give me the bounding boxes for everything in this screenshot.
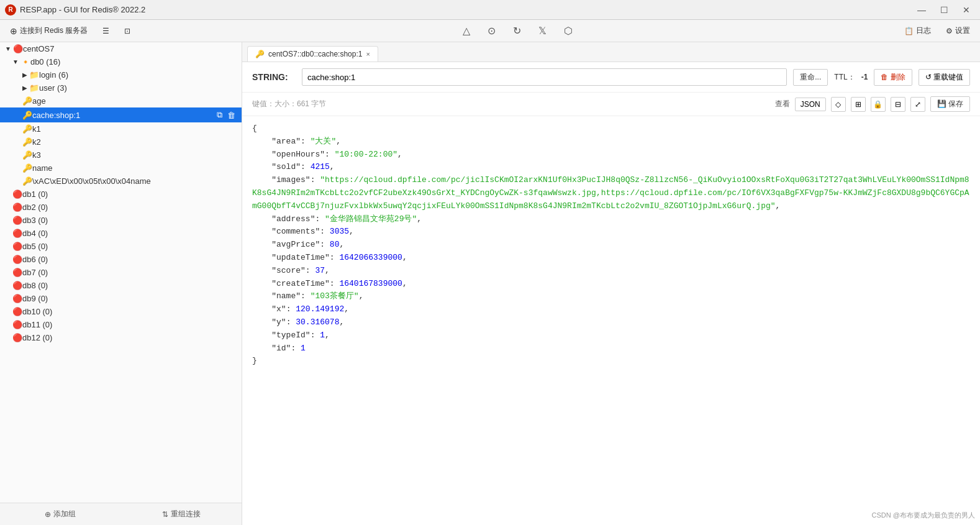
sidebar-item-db3[interactable]: 🔴 db3 (0) bbox=[0, 214, 242, 227]
age-label: age bbox=[32, 96, 46, 106]
tab-cache-shop[interactable]: 🔑 centOS7::db0::cache:shop:1 × bbox=[247, 46, 378, 62]
server-name: centOS7 bbox=[23, 44, 55, 53]
json-val-updatetime: 1642066339000 bbox=[339, 253, 402, 262]
maximize-button[interactable]: ☐ bbox=[935, 3, 953, 17]
list-icon: ☰ bbox=[102, 27, 109, 35]
json-line-updatetime: "updateTime": 1642066339000, bbox=[252, 252, 970, 265]
add-group-button[interactable]: ⊕ 添加组 bbox=[0, 503, 121, 525]
sidebar-item-db12[interactable]: 🔴 db12 (0) bbox=[0, 331, 242, 344]
copy-icon-button[interactable]: ⊞ bbox=[851, 97, 866, 112]
twitter-button[interactable]: 𝕏 bbox=[535, 24, 550, 38]
sidebar-item-k3[interactable]: 🔑 k3 bbox=[0, 148, 242, 162]
sidebar-item-db4[interactable]: 🔴 db4 (0) bbox=[0, 227, 242, 240]
log-button[interactable]: 📋 日志 bbox=[899, 24, 936, 38]
sidebar-item-db11[interactable]: 🔴 db11 (0) bbox=[0, 318, 242, 331]
connect-button[interactable]: ⊕ 连接到 Redis 服务器 bbox=[5, 24, 93, 38]
sidebar-item-user[interactable]: ▶ 📁 user (3) bbox=[0, 81, 242, 94]
sidebar-item-db5[interactable]: 🔴 db5 (0) bbox=[0, 240, 242, 253]
sidebar-item-server[interactable]: ▼ 🔴 centOS7 bbox=[0, 42, 242, 55]
watermark: CSDN @布布要成为最负责的男人 bbox=[872, 511, 975, 520]
json-line-avgprice: "avgPrice": 80, bbox=[252, 239, 970, 252]
settings-button[interactable]: ⚙ 设置 bbox=[941, 24, 975, 38]
sidebar-item-db10[interactable]: 🔴 db10 (0) bbox=[0, 305, 242, 318]
tab-close-button[interactable]: × bbox=[366, 50, 370, 58]
sidebar-item-db6[interactable]: 🔴 db6 (0) bbox=[0, 253, 242, 266]
sidebar-footer: ⊕ 添加组 ⇅ 重组连接 bbox=[0, 503, 242, 525]
sidebar-item-age[interactable]: 🔑 age bbox=[0, 94, 242, 107]
folder-icon: 📁 bbox=[29, 70, 39, 80]
db2-label: db2 (0) bbox=[22, 203, 48, 212]
json-viewer[interactable]: { "area": "大关", "openHours": "10:00-22:0… bbox=[242, 116, 980, 525]
json-line-score: "score": 37, bbox=[252, 265, 970, 278]
json-mode-button[interactable]: JSON bbox=[795, 98, 826, 111]
toolbar-right: 📋 日志 ⚙ 设置 bbox=[899, 24, 975, 38]
json-val-score: 37 bbox=[315, 266, 325, 275]
sidebar-item-k2[interactable]: 🔑 k2 bbox=[0, 135, 242, 148]
refresh-button[interactable]: ↻ bbox=[509, 24, 525, 38]
delete-key-button[interactable]: 🗑 bbox=[226, 109, 237, 121]
sidebar-item-db1[interactable]: 🔴 db1 (0) bbox=[0, 188, 242, 201]
sidebar-item-k1[interactable]: 🔑 k1 bbox=[0, 122, 242, 135]
sidebar-item-db0[interactable]: ▼ 🔸 db0 (16) bbox=[0, 55, 242, 68]
db10-icon: 🔴 bbox=[12, 307, 22, 316]
json-val-images: "https://qcloud.dpfile.com/pc/jiclIsCKmO… bbox=[252, 175, 969, 211]
json-key-openhours: "openHours" bbox=[271, 150, 325, 159]
tree-item-actions: ⧉ 🗑 bbox=[216, 109, 237, 121]
json-line-area: "area": "大关", bbox=[252, 135, 970, 148]
reconnect-icon: ⇅ bbox=[162, 510, 168, 519]
json-val-openhours: "10:00-22:00" bbox=[335, 150, 397, 159]
tab-bar: 🔑 centOS7::db0::cache:shop:1 × bbox=[242, 42, 980, 62]
db2-icon: 🔴 bbox=[12, 203, 22, 212]
sidebar-item-db8[interactable]: 🔴 db8 (0) bbox=[0, 279, 242, 292]
rename-button[interactable]: 重命... bbox=[793, 69, 828, 86]
json-line-name: "name": "103茶餐厅", bbox=[252, 290, 970, 303]
sidebar-item-name[interactable]: 🔑 name bbox=[0, 162, 242, 175]
login-arrow: ▶ bbox=[22, 71, 27, 78]
db9-label: db9 (0) bbox=[22, 294, 48, 303]
sidebar-item-xac[interactable]: 🔑 \xAC\xED\x00\x05t\x00\x04name bbox=[0, 175, 242, 188]
json-line-comments: "comments": 3035, bbox=[252, 226, 970, 239]
reconnect-button[interactable]: ⇅ 重组连接 bbox=[121, 503, 242, 525]
db5-label: db5 (0) bbox=[22, 242, 48, 251]
expand-icon-button[interactable]: ⤢ bbox=[910, 97, 925, 112]
connect-icon: ⊕ bbox=[10, 26, 17, 36]
toolbar-center: △ ⊙ ↻ 𝕏 ⬡ bbox=[140, 24, 894, 38]
ttl-value: -1 bbox=[861, 73, 868, 81]
app-title: RESP.app - GUI for Redis® 2022.2 bbox=[20, 5, 913, 14]
sidebar-item-db2[interactable]: 🔴 db2 (0) bbox=[0, 201, 242, 214]
minimize-button[interactable]: — bbox=[913, 3, 930, 17]
save-label: 保存 bbox=[948, 99, 963, 108]
help-button[interactable]: ⊙ bbox=[484, 24, 499, 38]
key-name-input[interactable] bbox=[302, 68, 787, 86]
close-button[interactable]: ✕ bbox=[958, 3, 975, 17]
split-view-button[interactable]: ⊡ bbox=[119, 25, 135, 37]
github-button[interactable]: ⬡ bbox=[560, 24, 576, 38]
title-bar-controls: — ☐ ✕ bbox=[913, 3, 975, 17]
json-val-typeid: 1 bbox=[320, 331, 325, 340]
sidebar-item-login[interactable]: ▶ 📁 login (6) bbox=[0, 68, 242, 81]
json-line-address: "address": "金华路锦昌文华苑29号", bbox=[252, 213, 970, 226]
tab-key-icon: 🔑 bbox=[255, 50, 265, 58]
sidebar-item-db7[interactable]: 🔴 db7 (0) bbox=[0, 266, 242, 279]
copy-key-button[interactable]: ⧉ bbox=[216, 109, 224, 121]
alert-button[interactable]: △ bbox=[459, 24, 474, 38]
wrap-icon-button[interactable]: ⊟ bbox=[891, 97, 905, 112]
json-val-id: 1 bbox=[301, 344, 306, 353]
reload-icon: ↺ bbox=[925, 73, 932, 81]
db11-icon: 🔴 bbox=[12, 320, 22, 329]
key-editor: STRING: 重命... TTL： -1 🗑 删除 ↺ 重载键值 bbox=[242, 62, 980, 93]
db3-label: db3 (0) bbox=[22, 216, 48, 225]
sidebar-item-cache-shop[interactable]: 🔑 cache:shop:1 ⧉ 🗑 bbox=[0, 107, 242, 122]
arrow-mode-button[interactable]: ◇ bbox=[831, 97, 846, 112]
delete-button[interactable]: 🗑 删除 bbox=[874, 69, 912, 86]
lock-icon-button[interactable]: 🔒 bbox=[871, 97, 886, 112]
reload-button[interactable]: ↺ 重载键值 bbox=[919, 69, 970, 86]
db0-label: db0 (16) bbox=[30, 57, 60, 66]
list-view-button[interactable]: ☰ bbox=[98, 25, 114, 37]
db3-icon: 🔴 bbox=[12, 216, 22, 225]
json-val-x: 120.149192 bbox=[296, 304, 344, 314]
sidebar-item-db9[interactable]: 🔴 db9 (0) bbox=[0, 292, 242, 305]
save-button[interactable]: 💾 保存 bbox=[930, 96, 970, 112]
main-layout: ▼ 🔴 centOS7 ▼ 🔸 db0 (16) ▶ 📁 login (6) ▶… bbox=[0, 42, 980, 525]
delete-icon: 🗑 bbox=[881, 73, 888, 81]
